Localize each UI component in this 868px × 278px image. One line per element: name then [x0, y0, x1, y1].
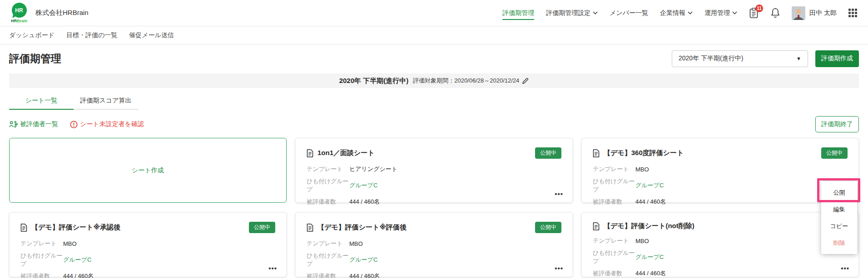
group-label: ひも付けグループ: [307, 177, 349, 194]
period-select-value: 2020年 下半期(進行中): [679, 54, 743, 63]
evaluatees-label: 被評価者数: [307, 198, 349, 206]
page-header: 評価期管理 2020年 下半期(進行中) ▼ 評価期作成: [0, 44, 868, 73]
group-label: ひも付けグループ: [593, 249, 635, 265]
edit-pencil-icon[interactable]: [522, 78, 529, 84]
end-period-button[interactable]: 評価期終了: [815, 116, 859, 132]
group-link[interactable]: グループC: [349, 181, 377, 190]
bell-icon: [771, 8, 780, 18]
evaluatees-value: 444 / 460名: [635, 198, 666, 206]
select-caret-icon: ▼: [796, 56, 801, 61]
status-badge: 公開中: [821, 147, 848, 159]
template-label: テンプレート: [593, 165, 635, 173]
card-title: 【デモ】360度評価シート: [604, 149, 684, 157]
group-link[interactable]: グループC: [349, 256, 377, 264]
document-icon: [307, 149, 313, 157]
menu-item-delete[interactable]: 削除: [821, 234, 857, 251]
template-value: ヒアリングシート: [349, 165, 397, 173]
group-link[interactable]: グループC: [635, 181, 664, 190]
create-sheet-label: シート作成: [132, 166, 164, 175]
chevron-down-icon: [593, 11, 598, 15]
card-title: 【デモ】評価シート(not削除): [604, 222, 694, 230]
notification-badge: 11: [755, 5, 763, 12]
period-select[interactable]: 2020年 下半期(進行中) ▼: [672, 50, 808, 67]
create-period-button[interactable]: 評価期作成: [815, 50, 859, 67]
group-link[interactable]: グループC: [635, 253, 664, 261]
template-label: テンプレート: [307, 165, 349, 173]
tasks-button[interactable]: 11: [749, 8, 759, 19]
tab-score-calc[interactable]: 評価期スコア算出: [74, 93, 138, 110]
document-icon: [593, 222, 600, 230]
nav-item-evaluation-period[interactable]: 評価期管理: [502, 9, 534, 20]
subnav-item-reminder-mail[interactable]: 催促メール送信: [129, 31, 174, 39]
more-menu-button[interactable]: •••: [555, 190, 563, 198]
banner-period-title: 2020年 下半期(進行中): [339, 77, 409, 85]
evaluatees-label: 被評価者数: [20, 272, 63, 278]
sub-nav: ダッシュボード 目標・評価の一覧 催促メール送信: [0, 26, 868, 44]
nav-item-company-info[interactable]: 企業情報: [660, 9, 693, 17]
group-label: ひも付けグループ: [20, 252, 63, 268]
template-value: MBO: [635, 166, 649, 173]
status-badge: 公開中: [535, 147, 561, 159]
chevron-down-icon: [688, 11, 693, 15]
menu-item-publish[interactable]: 公開: [821, 184, 857, 201]
nav-item-evaluation-settings[interactable]: 評価期管理設定: [546, 9, 598, 17]
notifications-button[interactable]: [771, 8, 780, 18]
card-title: 【デモ】評価シート※承認後: [31, 223, 120, 232]
unset-sheet-warning-link[interactable]: シート未設定者を確認: [70, 120, 144, 128]
template-value: MBO: [63, 240, 77, 247]
apps-grid-icon[interactable]: [848, 9, 857, 17]
top-bar: HR HRBrain 株式会社HRBrain 評価期管理 評価期管理設定 メンバ…: [0, 0, 868, 26]
logo-wordmark: HRBrain: [11, 19, 27, 23]
menu-item-edit[interactable]: 編集: [821, 201, 857, 218]
status-badge: 公開中: [249, 222, 275, 233]
create-sheet-card[interactable]: シート作成: [9, 138, 287, 203]
card-context-menu: 公開 編集 コピー 削除: [821, 181, 857, 254]
document-icon: [593, 149, 600, 157]
more-menu-button[interactable]: •••: [268, 264, 277, 272]
evaluatees-value: 444 / 460名: [635, 269, 666, 278]
evaluatees-label: 被評価者数: [593, 198, 635, 206]
sheet-cards-grid: シート作成 1on1／面談シート 公開中 テンプレートヒアリングシート ひも付け…: [0, 132, 868, 277]
sheet-card-demo-evaluated[interactable]: 【デモ】評価シート※評価後 公開中 テンプレートMBO ひも付けグループグループ…: [295, 212, 573, 277]
subnav-item-goals-evaluations[interactable]: 目標・評価の一覧: [66, 31, 117, 39]
person-network-icon: [9, 121, 18, 128]
evaluatees-label: 被評価者数: [593, 269, 635, 278]
banner-date-range: 評価対象期間：2020/06/28～2020/12/24: [413, 77, 529, 85]
tab-bar: シート一覧 評価期スコア算出: [9, 93, 139, 110]
template-label: テンプレート: [307, 239, 349, 248]
subnav-item-dashboard[interactable]: ダッシュボード: [9, 31, 55, 39]
sheet-card-360[interactable]: 【デモ】360度評価シート 公開中 テンプレートMBO ひも付けグループグループ…: [581, 138, 859, 203]
toolbar: 被評価者一覧 シート未設定者を確認 評価期終了: [0, 110, 868, 132]
template-value: MBO: [349, 240, 363, 247]
avatar: [792, 6, 805, 20]
user-name: 田中 太郎: [809, 9, 837, 17]
evaluatee-list-link[interactable]: 被評価者一覧: [9, 120, 58, 128]
page-title: 評価期管理: [9, 52, 61, 66]
more-menu-button[interactable]: •••: [555, 264, 563, 272]
sheet-card-1on1[interactable]: 1on1／面談シート 公開中 テンプレートヒアリングシート ひも付けグループグル…: [295, 138, 573, 203]
hrbrain-logo[interactable]: HR HRBrain: [9, 3, 29, 23]
status-badge: 公開中: [535, 222, 561, 233]
template-label: テンプレート: [20, 239, 63, 248]
more-menu-button[interactable]: •••: [841, 264, 849, 272]
sheet-card-demo-approved[interactable]: 【デモ】評価シート※承認後 公開中 テンプレートMBO ひも付けグループグループ…: [9, 212, 287, 277]
company-name: 株式会社HRBrain: [35, 9, 89, 17]
tab-sheet-list[interactable]: シート一覧: [9, 93, 74, 110]
nav-item-operations[interactable]: 運用管理: [704, 9, 737, 17]
template-label: テンプレート: [593, 237, 635, 245]
template-value: MBO: [635, 238, 649, 244]
evaluatees-label: 被評価者数: [307, 272, 349, 278]
group-label: ひも付けグループ: [593, 177, 635, 194]
sheet-card-demo-notdelete[interactable]: 【デモ】評価シート(not削除) テンプレートMBO ひも付けグループグループC…: [581, 212, 859, 277]
evaluatees-value: 444 / 460名: [349, 198, 380, 206]
card-title: 【デモ】評価シート※評価後: [317, 223, 407, 232]
evaluatees-value: 444 / 460名: [349, 272, 380, 278]
group-link[interactable]: グループC: [63, 256, 91, 264]
document-icon: [20, 224, 27, 232]
chevron-down-icon: [732, 11, 737, 15]
menu-item-copy[interactable]: コピー: [821, 218, 857, 234]
user-menu[interactable]: 田中 太郎: [792, 6, 837, 20]
card-title: 1on1／面談シート: [317, 149, 375, 157]
document-icon: [307, 224, 313, 232]
nav-item-members[interactable]: メンバー一覧: [610, 9, 648, 17]
